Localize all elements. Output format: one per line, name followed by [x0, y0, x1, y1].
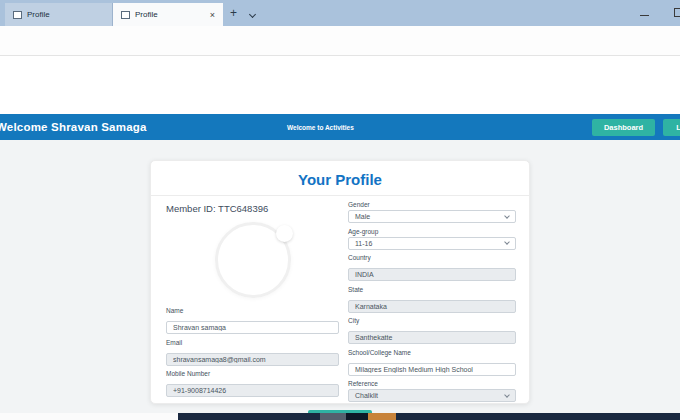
- city-label: City: [348, 317, 516, 324]
- bottom-strip-light: [0, 413, 178, 420]
- logout-button[interactable]: Logout: [663, 119, 680, 136]
- school-label: School/College Name: [348, 349, 516, 356]
- tab-preview-chevron-icon[interactable]: [249, 11, 256, 18]
- page-icon: [121, 11, 130, 19]
- name-label: Name: [166, 307, 339, 314]
- minimize-button[interactable]: [640, 15, 649, 16]
- taskbar-edge: [178, 413, 680, 420]
- city-input: [348, 331, 516, 344]
- email-input: [166, 353, 339, 366]
- welcome-user-text: Welcome Shravan Samaga: [0, 121, 147, 133]
- site-header: The Young Leaders Plastic Challenge clea…: [0, 56, 680, 114]
- state-input: [348, 300, 516, 313]
- avatar[interactable]: [215, 222, 291, 298]
- new-tab-button[interactable]: +: [230, 6, 237, 20]
- tab-label: Profile: [135, 10, 206, 19]
- mobile-label: Mobile Number: [166, 370, 339, 377]
- welcome-bar: Welcome Shravan Samaga Welcome to Activi…: [0, 114, 680, 140]
- dashboard-button[interactable]: Dashboard: [592, 119, 655, 136]
- age-group-select[interactable]: 11-16: [348, 237, 516, 250]
- country-label: Country: [348, 254, 516, 261]
- chevron-down-icon: [504, 213, 510, 219]
- taskbar-segment: [320, 413, 346, 420]
- profile-left-column: Member ID: TTC648396 Name Email Mobile N…: [166, 201, 339, 407]
- chevron-down-icon: [504, 239, 510, 245]
- gender-value: Male: [355, 213, 370, 220]
- taskbar-segment-orange: [368, 413, 396, 420]
- avatar-edit-badge[interactable]: [276, 225, 293, 242]
- profile-card: Your Profile Member ID: TTC648396 Name E…: [150, 160, 530, 404]
- age-group-label: Age-group: [348, 228, 516, 235]
- browser-titlebar: Profile Profile × +: [0, 0, 680, 26]
- reference-label: Reference: [348, 380, 516, 387]
- reference-select: Chalklit: [348, 389, 516, 402]
- member-id-text: Member ID: TTC648396: [166, 203, 339, 214]
- welcome-activities-text[interactable]: Welcome to Activities: [287, 124, 354, 131]
- tab-profile-1[interactable]: Profile: [5, 3, 113, 26]
- profile-right-column: Gender Male Age-group 11-16 Country: [348, 201, 516, 407]
- page-title: Your Profile: [151, 171, 529, 188]
- taskbar-segment: [346, 413, 368, 420]
- page-icon: [13, 11, 22, 19]
- tab-label: Profile: [27, 10, 104, 19]
- age-group-value: 11-16: [355, 240, 372, 247]
- gender-label: Gender: [348, 201, 516, 208]
- gender-select[interactable]: Male: [348, 210, 516, 223]
- browser-toolbar: ← ↻ ⌂ i file:///C:/Users/tapmi/Desktop/T…: [0, 26, 680, 56]
- maximize-button[interactable]: [674, 8, 680, 17]
- reference-value: Chalklit: [355, 392, 378, 399]
- school-input[interactable]: [348, 363, 516, 376]
- chevron-down-icon: [504, 392, 510, 398]
- email-label: Email: [166, 339, 339, 346]
- country-input: [348, 268, 516, 281]
- tab-profile-2[interactable]: Profile ×: [113, 3, 223, 26]
- page-content: Your Profile Member ID: TTC648396 Name E…: [0, 140, 680, 420]
- mobile-input: [166, 384, 339, 397]
- name-input[interactable]: [166, 321, 339, 334]
- close-tab-icon[interactable]: ×: [206, 10, 215, 20]
- state-label: State: [348, 286, 516, 293]
